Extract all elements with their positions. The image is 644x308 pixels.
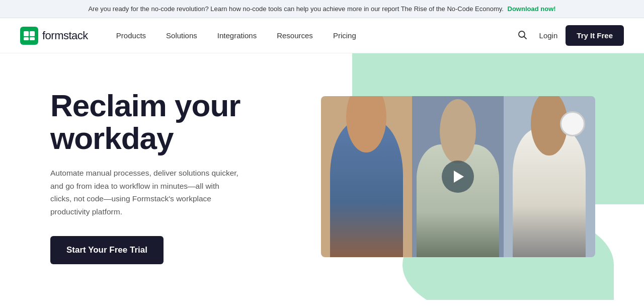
- logo[interactable]: formstack: [20, 27, 88, 45]
- panel-icon-1: ⊡: [357, 102, 375, 120]
- svg-line-6: [524, 37, 526, 39]
- nav-link-solutions[interactable]: Solutions: [158, 27, 205, 44]
- cta-button[interactable]: Start Your Free Trial: [50, 236, 164, 264]
- panel-icon-3: ✎: [540, 102, 558, 120]
- nav-link-products[interactable]: Products: [108, 27, 154, 44]
- nav-link-integrations[interactable]: Integrations: [209, 27, 265, 44]
- video-grid: ⊡ ◨ ✎: [321, 96, 595, 257]
- hero-content: Reclaim your workday Automate manual pro…: [50, 89, 312, 264]
- search-button[interactable]: [513, 26, 531, 45]
- logo-text: formstack: [42, 29, 88, 42]
- panel-icon-2: ◨: [449, 102, 467, 120]
- svg-rect-0: [20, 27, 38, 45]
- main-nav: formstack Products Solutions Integration…: [0, 18, 644, 53]
- announcement-text: Are you ready for the no-code revolution…: [88, 5, 504, 13]
- try-it-free-button[interactable]: Try It Free: [566, 25, 624, 46]
- announcement-link[interactable]: Download now!: [508, 5, 556, 13]
- video-panel-3: ✎: [504, 96, 595, 257]
- hero-title: Reclaim your workday: [50, 89, 292, 155]
- video-panel-1: ⊡: [321, 96, 413, 257]
- play-triangle-icon: [454, 171, 464, 183]
- hero-title-line1: Reclaim your: [50, 88, 240, 123]
- hero-video-area: ⊡ ◨ ✎: [312, 96, 604, 257]
- svg-rect-3: [24, 37, 29, 40]
- nav-link-resources[interactable]: Resources: [269, 27, 321, 44]
- nav-links: Products Solutions Integrations Resource…: [108, 27, 513, 44]
- login-link[interactable]: Login: [539, 31, 558, 40]
- video-container: ⊡ ◨ ✎: [321, 96, 595, 257]
- svg-rect-4: [30, 37, 35, 40]
- play-button[interactable]: [442, 161, 474, 193]
- hero-section: Reclaim your workday Automate manual pro…: [0, 53, 644, 300]
- video-panel-2: ◨: [412, 96, 504, 257]
- svg-rect-1: [24, 31, 29, 36]
- hero-title-line2: workday: [50, 121, 174, 156]
- svg-rect-2: [30, 31, 35, 36]
- nav-link-pricing[interactable]: Pricing: [325, 27, 364, 44]
- logo-icon: [20, 27, 38, 45]
- nav-actions: Login Try It Free: [513, 25, 624, 46]
- announcement-bar: Are you ready for the no-code revolution…: [0, 0, 644, 18]
- search-icon: [517, 30, 527, 40]
- clock-decoration: [560, 111, 585, 136]
- hero-description: Automate manual processes, deliver solut…: [50, 167, 242, 218]
